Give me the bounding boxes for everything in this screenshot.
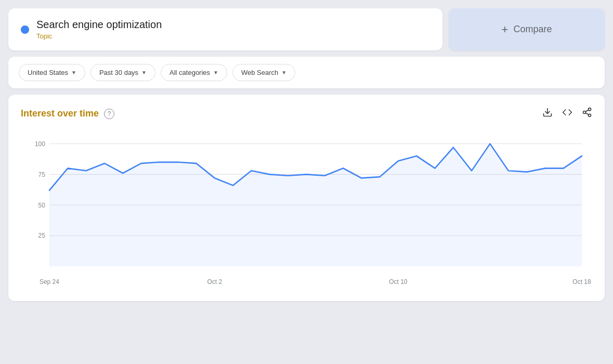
topic-dot [21, 25, 29, 34]
svg-text:50: 50 [38, 201, 45, 209]
time-range-label: Past 30 days [99, 69, 138, 76]
topic-label: Topic [36, 32, 162, 40]
chart-title: Interest over time [21, 108, 99, 119]
topic-info: Search engine optimization Topic [36, 19, 162, 40]
svg-text:100: 100 [35, 140, 45, 147]
download-icon[interactable] [542, 107, 553, 120]
compare-card[interactable]: + Compare [449, 8, 605, 50]
search-type-filter[interactable]: Web Search ▼ [232, 64, 295, 81]
time-range-filter[interactable]: Past 30 days ▼ [90, 64, 155, 81]
category-dropdown-arrow: ▼ [213, 70, 218, 75]
time-range-dropdown-arrow: ▼ [141, 70, 147, 75]
chart-card: Interest over time ? [8, 95, 605, 301]
location-filter[interactable]: United States ▼ [19, 64, 85, 81]
chart-container: 100755025Sep 24Oct 2Oct 10Oct 18 [21, 133, 592, 289]
category-filter[interactable]: All categories ▼ [161, 64, 227, 81]
chart-header: Interest over time ? [21, 107, 592, 120]
search-type-label: Web Search [241, 69, 278, 76]
category-label: All categories [169, 69, 210, 76]
search-type-dropdown-arrow: ▼ [281, 70, 286, 75]
help-icon[interactable]: ? [104, 109, 114, 119]
compare-label: Compare [513, 24, 552, 35]
location-dropdown-arrow: ▼ [71, 70, 76, 75]
svg-text:Oct 18: Oct 18 [572, 278, 591, 285]
svg-text:Oct 10: Oct 10 [389, 278, 407, 285]
embed-icon[interactable] [562, 107, 572, 120]
svg-text:Sep 24: Sep 24 [40, 278, 59, 285]
svg-line-5 [585, 110, 589, 111]
compare-plus-icon: + [502, 23, 508, 36]
svg-line-4 [585, 113, 589, 114]
svg-text:75: 75 [38, 171, 45, 178]
chart-title-group: Interest over time ? [21, 108, 114, 119]
location-label: United States [28, 69, 68, 76]
search-term-card: Search engine optimization Topic [8, 8, 442, 50]
svg-text:Oct 2: Oct 2 [207, 278, 222, 285]
svg-text:25: 25 [38, 232, 45, 239]
topic-title: Search engine optimization [36, 19, 162, 31]
chart-actions [542, 107, 592, 120]
share-icon[interactable] [582, 107, 592, 120]
filters-bar: United States ▼ Past 30 days ▼ All categ… [8, 57, 605, 88]
